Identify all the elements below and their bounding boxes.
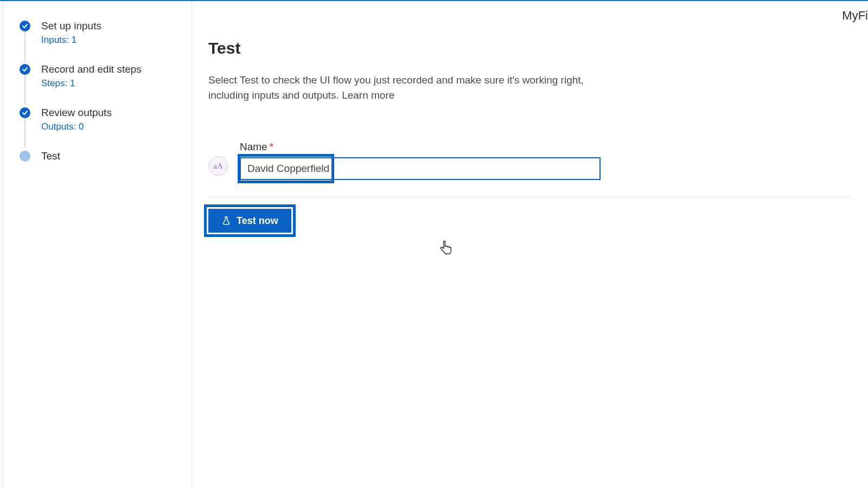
field-label-text: Name xyxy=(240,141,267,152)
page-title: Test xyxy=(208,39,852,57)
check-icon xyxy=(20,64,30,75)
test-now-button[interactable]: Test now xyxy=(208,209,291,233)
step-record-edit[interactable]: Record and edit steps Steps: 1 xyxy=(20,63,192,89)
check-icon xyxy=(20,107,30,118)
step-connector xyxy=(24,31,25,61)
check-icon xyxy=(20,21,30,31)
main-panel: MyFi Test Select Test to check the UI fl… xyxy=(192,1,868,488)
text-type-icon: aA xyxy=(208,156,228,176)
name-input[interactable] xyxy=(241,158,599,179)
step-subtitle: Inputs: 1 xyxy=(41,35,192,46)
step-title: Test xyxy=(41,150,192,163)
input-field-row: aA Name* xyxy=(208,141,852,180)
name-input-wrap xyxy=(240,157,601,180)
page-description: Select Test to check the UI flow you jus… xyxy=(208,73,621,103)
step-test[interactable]: Test xyxy=(20,150,192,163)
step-title: Review outputs xyxy=(41,106,192,119)
step-title: Record and edit steps xyxy=(41,63,192,76)
required-mark: * xyxy=(270,141,273,152)
step-connector xyxy=(24,118,25,147)
description-text: Select Test to check the UI flow you jus… xyxy=(208,74,584,101)
wizard-steps-sidebar: Set up inputs Inputs: 1 Record and edit … xyxy=(3,1,192,488)
step-setup-inputs[interactable]: Set up inputs Inputs: 1 xyxy=(20,20,192,46)
current-step-icon xyxy=(20,151,30,162)
step-subtitle: Steps: 1 xyxy=(41,78,192,89)
flask-icon xyxy=(221,216,231,226)
pointer-cursor-icon xyxy=(439,241,453,259)
test-now-label: Test now xyxy=(237,215,278,227)
page-brand: MyFi xyxy=(842,9,868,23)
step-title: Set up inputs xyxy=(41,20,192,33)
section-divider xyxy=(208,196,852,197)
step-connector xyxy=(24,75,25,104)
learn-more-link[interactable]: Learn more xyxy=(342,89,394,101)
actions-area: Test now xyxy=(208,209,291,233)
step-subtitle: Outputs: 0 xyxy=(41,121,192,132)
field-label: Name* xyxy=(240,141,601,153)
step-review-outputs[interactable]: Review outputs Outputs: 0 xyxy=(20,106,192,132)
